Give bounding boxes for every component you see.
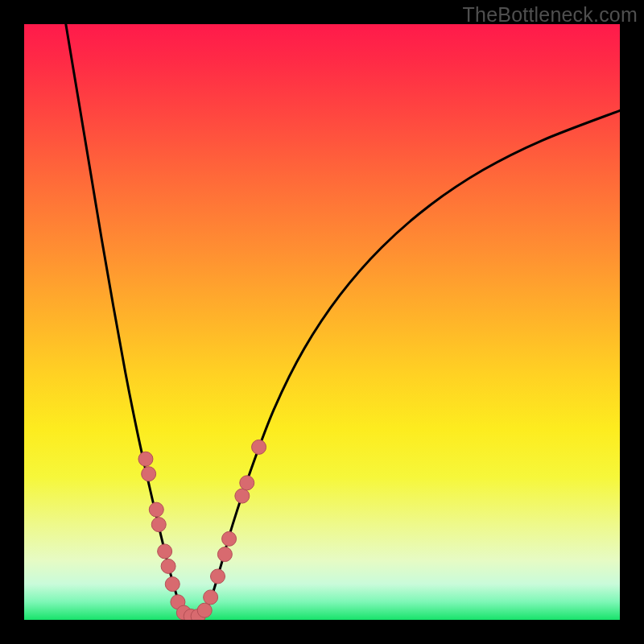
data-dot <box>161 559 175 573</box>
data-dot <box>197 603 212 617</box>
data-dot <box>240 476 254 490</box>
data-dot <box>217 547 232 562</box>
data-dot <box>252 440 266 454</box>
chart-frame: TheBottleneck.com <box>0 0 644 644</box>
data-dots <box>138 440 266 620</box>
data-dot <box>222 531 237 546</box>
data-dot <box>165 577 180 592</box>
data-dot <box>158 544 172 559</box>
data-dot <box>149 502 163 517</box>
data-dot <box>151 518 166 532</box>
watermark-text: TheBottleneck.com <box>463 3 638 27</box>
data-dot <box>138 452 153 466</box>
data-dot <box>142 467 156 481</box>
right-curve <box>203 110 620 617</box>
data-dot <box>235 489 250 503</box>
left-curve <box>66 24 185 617</box>
data-dot <box>204 590 218 605</box>
plot-area <box>24 24 620 620</box>
data-dot <box>211 569 225 584</box>
chart-svg <box>24 24 620 620</box>
